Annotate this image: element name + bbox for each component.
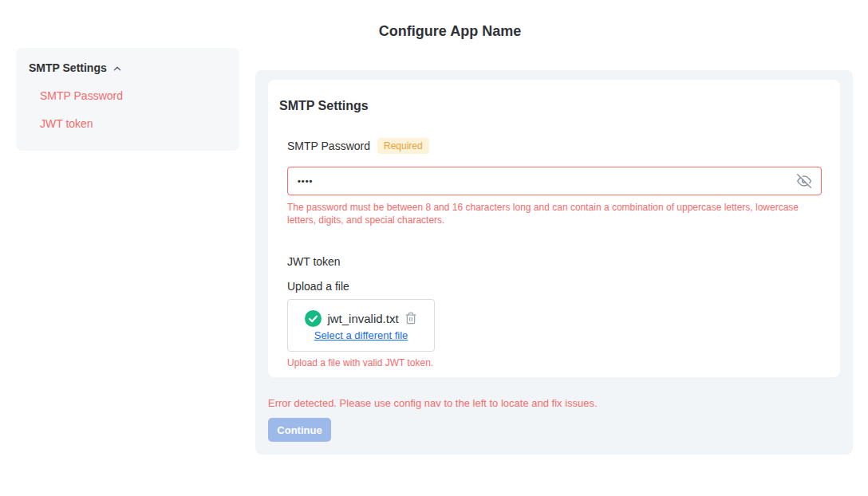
config-nav-group-toggle[interactable]: SMTP Settings bbox=[29, 61, 227, 74]
config-nav: SMTP Settings SMTP Password JWT token bbox=[16, 48, 239, 151]
jwt-token-error: Upload a file with valid JWT token. bbox=[287, 357, 821, 368]
smtp-password-label: SMTP Password bbox=[287, 140, 370, 152]
trash-icon[interactable] bbox=[404, 312, 417, 325]
uploaded-file-name: jwt_invalid.txt bbox=[327, 312, 398, 325]
smtp-password-input[interactable] bbox=[298, 176, 797, 186]
smtp-password-error: The password must be between 8 and 16 ch… bbox=[287, 201, 811, 226]
continue-button[interactable]: Continue bbox=[268, 418, 331, 442]
required-badge: Required bbox=[377, 138, 429, 154]
global-error-message: Error detected. Please use config nav to… bbox=[268, 397, 840, 409]
smtp-password-field bbox=[287, 167, 822, 195]
check-circle-icon bbox=[305, 310, 322, 327]
config-panel: SMTP Settings SMTP Password Required The… bbox=[255, 70, 853, 455]
page-title: Configure App Name bbox=[32, 23, 868, 40]
config-nav-group-label: SMTP Settings bbox=[29, 61, 107, 74]
chevron-up-icon bbox=[112, 63, 123, 74]
jwt-token-label: JWT token bbox=[287, 255, 821, 268]
select-different-file-link[interactable]: Select a different file bbox=[314, 329, 408, 341]
eye-off-icon[interactable] bbox=[797, 174, 811, 188]
sidebar-item-jwt-token[interactable]: JWT token bbox=[40, 117, 227, 130]
file-upload-box: jwt_invalid.txt Select a different file bbox=[287, 299, 435, 352]
section-title: SMTP Settings bbox=[279, 99, 821, 113]
smtp-settings-card: SMTP Settings SMTP Password Required The… bbox=[268, 80, 840, 377]
upload-a-file-label: Upload a file bbox=[287, 280, 821, 293]
sidebar-item-smtp-password[interactable]: SMTP Password bbox=[40, 89, 227, 102]
